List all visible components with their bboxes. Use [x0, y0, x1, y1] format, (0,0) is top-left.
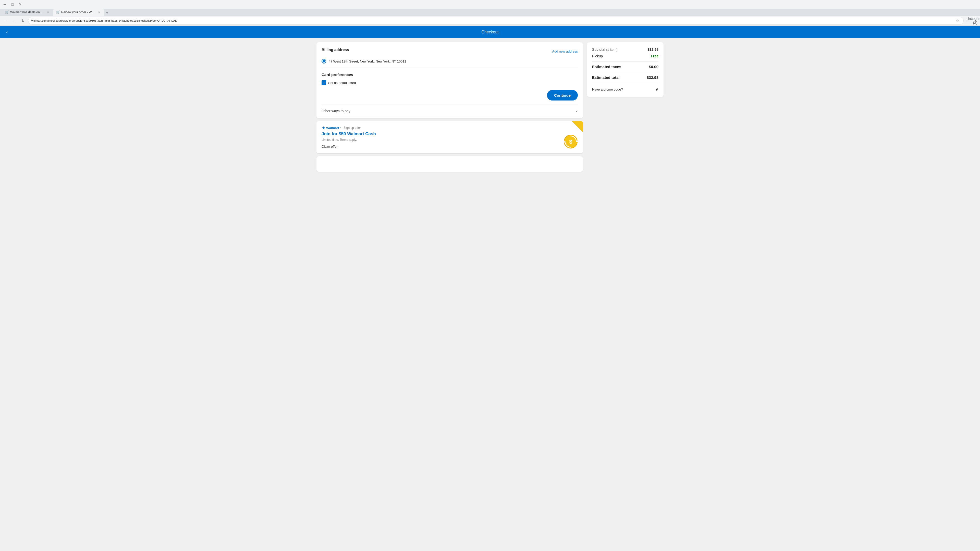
other-ways-label: Other ways to pay	[321, 109, 350, 113]
taxes-row: Estimated taxes $0.00	[592, 65, 659, 69]
tab-2-close[interactable]: ✕	[97, 10, 101, 14]
minimize-button[interactable]: ─	[2, 2, 8, 7]
default-card-label: Set as default card	[328, 81, 356, 85]
incognito-label: Incognito (3)	[968, 17, 980, 25]
promo-chevron-icon: ∨	[655, 87, 659, 92]
total-label: Estimated total	[592, 75, 620, 79]
billing-section-title: Billing address	[321, 48, 349, 52]
total-row: Estimated total $32.98	[592, 75, 659, 79]
address-bar[interactable]: walmart.com/checkout/review-order?pcid=5…	[28, 17, 964, 24]
address-bar-row: ← → ↻ walmart.com/checkout/review-order?…	[0, 16, 980, 25]
close-window-button[interactable]: ✕	[18, 2, 23, 7]
add-address-link[interactable]: Add new address	[552, 49, 578, 53]
page-content: ‹ Checkout Billing address Add new addre…	[0, 26, 980, 176]
pickup-label: Pickup	[592, 54, 603, 58]
subtotal-item-count: (1 item)	[606, 48, 617, 52]
address-radio[interactable]	[321, 59, 326, 64]
back-nav-button[interactable]: ←	[2, 17, 9, 24]
walmart-header: ‹ Checkout	[0, 26, 980, 38]
default-card-checkbox[interactable]	[321, 80, 326, 85]
subtotal-row: Subtotal (1 item) $32.98	[592, 48, 659, 52]
continue-btn-row: Continue	[321, 90, 578, 100]
bookmark-button[interactable]: ☆	[955, 18, 960, 24]
subtotal-label: Subtotal (1 item)	[592, 48, 617, 52]
order-summary-card: Subtotal (1 item) $32.98 Pickup Free Est…	[587, 42, 663, 97]
taxes-label: Estimated taxes	[592, 65, 621, 69]
offer-icon-wrapper: $	[563, 135, 578, 150]
reload-button[interactable]: ↻	[19, 17, 27, 24]
walmart-plus-text: Walmart	[326, 126, 339, 130]
new-tab-button[interactable]: +	[104, 10, 110, 16]
url-text: walmart.com/checkout/review-order?pcid=5…	[32, 19, 953, 22]
summary-divider-3	[592, 83, 659, 83]
promo-label: Have a promo code?	[592, 87, 623, 91]
card-prefs-content: Set as default card	[321, 80, 578, 85]
tabs-bar: 🛒 Walmart has deals on the mo... ✕ 🛒 Rev…	[0, 9, 980, 16]
offer-subtext: Limited time. Terms apply.	[321, 138, 578, 141]
svg-marker-0	[322, 126, 325, 130]
tab-2[interactable]: 🛒 Review your order - Walmart.co... ✕	[53, 9, 104, 16]
svg-text:$: $	[569, 138, 572, 145]
tab-1-close[interactable]: ✕	[46, 10, 50, 14]
tab-1[interactable]: 🛒 Walmart has deals on the mo... ✕	[2, 9, 53, 16]
claim-offer-button[interactable]: Claim offer	[321, 144, 338, 148]
address-row: 47 West 13th Street, New York, New York,…	[321, 59, 578, 64]
tab-2-favicon: 🛒	[56, 11, 60, 14]
walmart-spark-icon	[321, 126, 326, 130]
card-preferences-section: Card preferences Set as default card	[321, 73, 578, 85]
billing-address-card: Billing address Add new address 47 West …	[317, 42, 583, 118]
header-back-button[interactable]: ‹	[5, 28, 9, 36]
page-title: Checkout	[481, 30, 499, 35]
continue-button[interactable]: Continue	[547, 90, 578, 100]
offer-headline: Join for $50 Walmart Cash	[321, 131, 578, 137]
total-value: $32.98	[647, 75, 659, 79]
window-controls: ─ □ ✕	[2, 2, 23, 7]
walmart-cash-icon: $	[563, 135, 578, 149]
card-prefs-title: Card preferences	[321, 73, 578, 77]
walmart-plus-row: Walmart + Sign up offer	[321, 126, 578, 130]
maximize-button[interactable]: □	[10, 2, 15, 7]
walmart-plus-offer-card: Walmart + Sign up offer Join for $50 Wal…	[317, 121, 583, 153]
pickup-value: Free	[651, 54, 659, 58]
default-card-row: Set as default card	[321, 80, 578, 85]
right-column: Subtotal (1 item) $32.98 Pickup Free Est…	[587, 42, 663, 171]
bottom-placeholder-card	[317, 156, 583, 171]
walmart-plus-logo: Walmart +	[321, 126, 341, 130]
tab-1-label: Walmart has deals on the mo...	[10, 11, 45, 14]
tab-2-label: Review your order - Walmart.co...	[61, 11, 95, 14]
other-ways-chevron-icon: ∨	[575, 109, 578, 113]
taxes-value: $0.00	[649, 65, 659, 69]
browser-chrome: ─ □ ✕ 🛒 Walmart has deals on the mo... ✕…	[0, 0, 980, 26]
summary-divider-1	[592, 61, 659, 62]
divider-2	[321, 105, 578, 105]
browser-titlebar: ─ □ ✕	[0, 0, 980, 9]
pickup-row: Pickup Free	[592, 54, 659, 58]
forward-nav-button[interactable]: →	[11, 17, 18, 24]
billing-header: Billing address Add new address	[321, 48, 578, 56]
signup-offer-text: Sign up offer	[344, 126, 361, 130]
incognito-button[interactable]: Incognito (3)	[972, 18, 978, 24]
other-ways-row[interactable]: Other ways to pay ∨	[321, 109, 578, 113]
summary-divider-2	[592, 72, 659, 72]
offer-corner-tag	[572, 121, 583, 132]
tab-1-favicon: 🛒	[5, 11, 9, 14]
left-column: Billing address Add new address 47 West …	[317, 42, 583, 171]
walmart-plus-superscript: +	[340, 127, 341, 129]
subtotal-value: $32.98	[648, 48, 659, 52]
promo-row[interactable]: Have a promo code? ∨	[592, 86, 659, 92]
main-layout: Billing address Add new address 47 West …	[311, 38, 669, 176]
address-value: 47 West 13th Street, New York, New York,…	[329, 59, 406, 63]
